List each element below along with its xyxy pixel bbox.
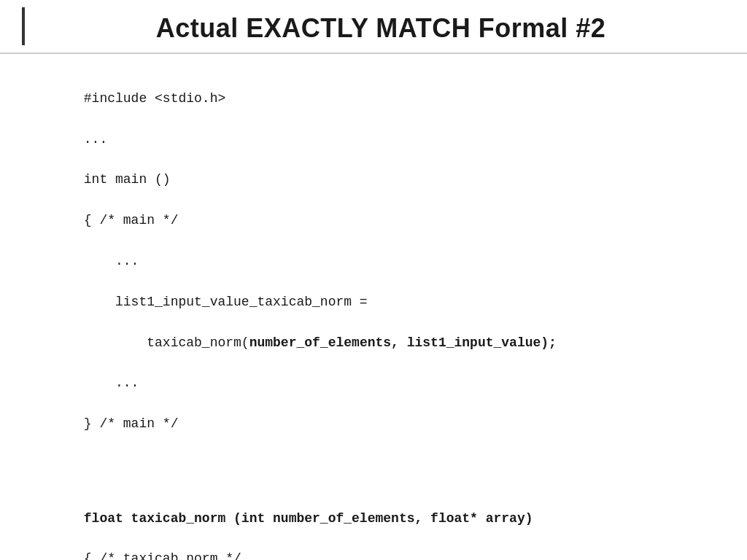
code-line-2: ... xyxy=(84,132,107,147)
code-block: #include <stdio.h> ... int main () { /* … xyxy=(36,69,711,475)
code-line-10: float taxicab_norm (int number_of_elemen… xyxy=(84,511,533,526)
code-line-8: ... xyxy=(84,376,139,390)
code-line-6: list1_input_value_taxicab_norm = xyxy=(84,295,368,309)
title-section: Actual EXACTLY MATCH Formal #2 xyxy=(0,0,747,54)
content-area: #include <stdio.h> ... int main () { /* … xyxy=(0,54,747,560)
code-line-4: { /* main */ xyxy=(84,213,179,228)
code-line-1: #include <stdio.h> xyxy=(84,91,225,106)
code-line-7-bold: number_of_elements, list1_input_value); xyxy=(249,335,557,350)
slide: Actual EXACTLY MATCH Formal #2 #include … xyxy=(0,0,747,560)
code-line-9: } /* main */ xyxy=(84,416,179,431)
code-line-11: { /* taxicab_norm */ xyxy=(84,551,241,560)
code-line-5: ... xyxy=(84,254,139,268)
code-line-7-pre: taxicab_norm( xyxy=(84,335,249,350)
spacer xyxy=(36,475,711,489)
slide-title: Actual EXACTLY MATCH Formal #2 xyxy=(44,13,718,44)
code-block-2: float taxicab_norm (int number_of_elemen… xyxy=(36,489,711,560)
code-line-3: int main () xyxy=(84,172,171,187)
